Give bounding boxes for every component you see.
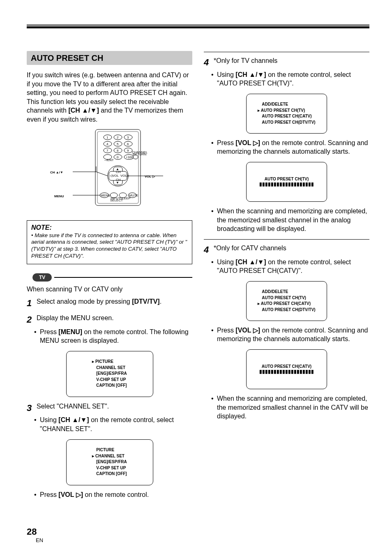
s4tvca: Press — [217, 139, 235, 146]
osd-item: AUTO PRESET CH(TV) — [261, 108, 305, 113]
progress-title: AUTO PRESET CH(CATV) — [262, 364, 311, 369]
note-title: NOTE: — [31, 224, 188, 231]
svg-text:MENU: MENU — [101, 194, 111, 197]
remote-diagram: 123 456 789 0+100 –/ENT CHANNELRETURN ▲▼… — [27, 127, 192, 210]
svg-text:5: 5 — [117, 142, 119, 146]
step-rule — [204, 239, 369, 240]
key-ch3: [CH ▲/▼] — [235, 71, 266, 78]
bullet-dot: • — [211, 394, 217, 421]
osd-ch-tv: ADD/DELETE ▸ AUTO PRESET CH(TV) AUTO PRE… — [246, 94, 327, 134]
s4tvd: When the scanning and memorizing are com… — [217, 207, 369, 233]
note-box: NOTE: • Make sure if the TV is connected… — [27, 220, 192, 265]
osd-item: CAPTION [OFF] — [96, 471, 127, 476]
key-ch2: [CH ▲/▼] — [58, 416, 89, 423]
s3: Select "CHANNEL SET". — [37, 402, 192, 414]
osd-item: PICTURE — [95, 359, 113, 364]
s4catvca: Press — [217, 327, 235, 334]
osd-item: AUTO PRESET CH(DTV/TV) — [262, 307, 315, 312]
s4tvh: *Only for TV channels — [214, 56, 369, 69]
osd-progress-tv: AUTO PRESET CH(TV) ▮▮▮▮▮▮▮▮▮▮▮▮▮▮▮▮▮▮▮ — [246, 162, 327, 202]
s2: Display the MENU screen. — [37, 314, 192, 326]
step-1: 1 Select analog mode by pressing [DTV/TV… — [27, 297, 192, 309]
svg-text:7: 7 — [106, 149, 108, 152]
section-title: AUTO PRESET CH — [27, 51, 192, 65]
svg-text:0: 0 — [117, 155, 119, 159]
s4catvd: When the scanning and memorizing are com… — [217, 394, 369, 421]
step-4tv-b2: • Press [VOL ▷] on the remote control. S… — [211, 138, 369, 156]
key-vol3: [VOL ▷] — [235, 327, 260, 334]
label-ch: CH ▲/▼ — [50, 171, 63, 174]
page-lang: EN — [36, 537, 43, 543]
intro-text: If you switch wires (e.g. between antenn… — [27, 71, 192, 124]
page-number: 28 EN — [27, 526, 43, 543]
label-vol: VOL ▷ — [145, 175, 155, 178]
osd-item: AUTO PRESET CH(CATV) — [261, 301, 311, 306]
osd-item: [ENG]/ESP/FRA — [96, 459, 127, 464]
step-4catv-b3: • When the scanning and memorizing are c… — [211, 394, 369, 421]
step-4-tv: 4 *Only for TV channels — [204, 56, 369, 69]
step-4tv-b3: • When the scanning and memorizing are c… — [211, 207, 369, 233]
step-num: 1 — [27, 297, 37, 309]
osd-item: [ENG]/ESP/FRA — [96, 371, 127, 376]
page-num-value: 28 — [27, 526, 37, 537]
osd-item: AUTO PRESET CH(CATV) — [262, 114, 311, 118]
osd-item: AUTO PRESET CH(TV) — [262, 295, 306, 300]
step-3c-bullet: • Press [VOL ▷] on the remote control. — [34, 490, 192, 499]
osd-item: ADD/DELETE — [262, 289, 288, 294]
step-num: 4 — [204, 56, 214, 69]
svg-text:RETURN: RETURN — [133, 152, 147, 156]
svg-text:2: 2 — [117, 136, 119, 139]
osd-item: AUTO PRESET CH(DTV/TV) — [262, 120, 315, 125]
svg-text:+100: +100 — [126, 155, 134, 159]
bullet-dot: • — [211, 207, 217, 233]
bullet-dot: • — [211, 70, 217, 88]
key-vol2: [VOL ▷] — [235, 139, 260, 146]
svg-text:1: 1 — [106, 136, 108, 139]
label-menu: MENU — [54, 194, 64, 198]
osd-item: V-CHIP SET UP — [96, 466, 126, 470]
osd-item: CHANNEL SET — [96, 365, 125, 370]
osd-menu-picture: ▸ PICTURE CHANNEL SET [ENG]/ESP/FRA V-CH… — [66, 351, 153, 397]
step-rule — [204, 52, 369, 52]
osd-item: V-CHIP SET UP — [96, 377, 126, 382]
bullet-dot: • — [34, 490, 40, 499]
key-ch4: [CH ▲/▼] — [235, 259, 266, 265]
s1a: Select analog mode by pressing — [37, 298, 132, 305]
svg-text:CH: CH — [116, 170, 121, 174]
progress-bar: ▮▮▮▮▮▮▮▮▮▮▮▮▮▮▮▮▮▮▮ — [259, 369, 314, 374]
step-num: 4 — [204, 244, 214, 256]
bullet-dot: • — [211, 258, 217, 275]
osd-menu-channel: PICTURE ▸ CHANNEL SET [ENG]/ESP/FRA V-CH… — [66, 439, 153, 485]
svg-text:CH: CH — [116, 178, 121, 182]
key-dtv: [DTV/TV] — [132, 298, 160, 305]
step-num: 3 — [27, 402, 37, 414]
osd-ch-catv: ADD/DELETE AUTO PRESET CH(TV) ▸ AUTO PRE… — [246, 281, 327, 321]
note-body: • Make sure if the TV is connected to an… — [31, 232, 188, 260]
bullet-dot: • — [34, 328, 40, 345]
s3ba: Using — [40, 416, 58, 423]
osd-progress-catv: AUTO PRESET CH(CATV) ▮▮▮▮▮▮▮▮▮▮▮▮▮▮▮▮▮▮▮ — [246, 349, 327, 389]
step-2: 2 Display the MENU screen. — [27, 314, 192, 326]
s4tvba: Using — [217, 71, 235, 78]
svg-text:MUTE: MUTE — [129, 194, 138, 197]
step-4-catv: 4 *Only for CATV channels — [204, 244, 369, 256]
key-menu: [MENU] — [58, 328, 82, 335]
step-2-bullet: • Press [MENU] on the remote control. Th… — [34, 328, 192, 345]
osd-item: PICTURE — [96, 448, 114, 452]
osd-item: ADD/DELETE — [262, 102, 288, 106]
tv-pill-rule — [54, 277, 192, 278]
svg-text:3: 3 — [127, 136, 129, 139]
step-3-bullet: • Using [CH ▲/▼] on the remote control, … — [34, 416, 192, 433]
svg-text:9: 9 — [127, 149, 129, 152]
bullet-dot: • — [211, 326, 217, 344]
progress-title: AUTO PRESET CH(TV) — [265, 177, 309, 181]
rule-thick — [27, 26, 369, 28]
left-column: AUTO PRESET CH If you switch wires (e.g.… — [27, 51, 192, 501]
step-4catv-b1: • Using [CH ▲/▼] on the remote control, … — [211, 258, 369, 275]
s2ba: Press — [40, 328, 58, 335]
s3cb: on the remote control. — [83, 491, 149, 498]
svg-text:6: 6 — [127, 142, 129, 146]
svg-text:8: 8 — [117, 149, 119, 152]
step-3: 3 Select "CHANNEL SET". — [27, 402, 192, 414]
s4catvba: Using — [217, 259, 235, 265]
